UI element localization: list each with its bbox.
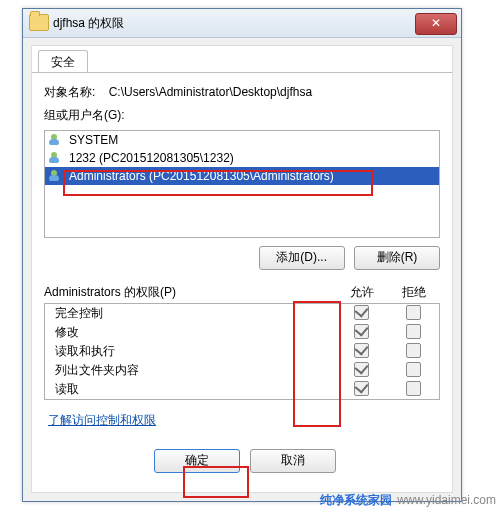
add-button[interactable]: 添加(D)... (259, 246, 345, 270)
deny-checkbox[interactable] (406, 324, 421, 339)
remove-button[interactable]: 删除(R) (354, 246, 440, 270)
permission-row: 列出文件夹内容 (45, 361, 439, 380)
permission-name: 读取和执行 (45, 343, 335, 360)
permission-name: 完全控制 (45, 305, 335, 322)
allow-checkbox[interactable] (354, 305, 369, 320)
user-icon (49, 152, 65, 164)
deny-checkbox[interactable] (406, 362, 421, 377)
list-item[interactable]: SYSTEM (45, 131, 439, 149)
deny-checkbox[interactable] (406, 305, 421, 320)
list-item[interactable]: 1232 (PC201512081305\1232) (45, 149, 439, 167)
list-item-label: SYSTEM (69, 133, 118, 147)
permission-row: 修改 (45, 323, 439, 342)
users-listbox[interactable]: SYSTEM 1232 (PC201512081305\1232) Admini… (44, 130, 440, 238)
permissions-label: Administrators 的权限(P) (44, 284, 336, 301)
deny-checkbox[interactable] (406, 343, 421, 358)
tabstrip: 安全 (32, 46, 452, 70)
dialog-buttons: 确定 取消 (40, 449, 444, 473)
group-icon (49, 170, 65, 182)
list-item-selected[interactable]: Administrators (PC201512081305\Administr… (45, 167, 439, 185)
deny-checkbox[interactable] (406, 381, 421, 396)
allow-checkbox[interactable] (354, 362, 369, 377)
permission-name: 读取 (45, 381, 335, 398)
dialog-body: 安全 对象名称: C:\Users\Administrator\Desktop\… (31, 45, 453, 493)
close-button[interactable]: ✕ (415, 13, 457, 35)
list-item-label: 1232 (PC201512081305\1232) (69, 151, 234, 165)
watermark-url: www.yidaimei.com (397, 493, 496, 507)
user-buttons-row: 添加(D)... 删除(R) (44, 246, 440, 270)
learn-more-link[interactable]: 了解访问控制和权限 (48, 413, 156, 427)
object-label: 对象名称: (44, 84, 95, 101)
list-item-label: Administrators (PC201512081305\Administr… (69, 169, 334, 183)
watermark: 纯净系统家园 www.yidaimei.com (320, 492, 496, 509)
allow-checkbox[interactable] (354, 343, 369, 358)
object-path: C:\Users\Administrator\Desktop\djfhsa (109, 85, 312, 99)
tab-divider (32, 72, 452, 73)
ok-button[interactable]: 确定 (154, 449, 240, 473)
titlebar: djfhsa 的权限 ✕ (23, 9, 461, 38)
permission-row: 读取和执行 (45, 342, 439, 361)
permission-name: 修改 (45, 324, 335, 341)
object-row: 对象名称: C:\Users\Administrator\Desktop\djf… (44, 84, 440, 101)
allow-header: 允许 (336, 284, 388, 301)
allow-checkbox[interactable] (354, 381, 369, 396)
groups-label: 组或用户名(G): (44, 107, 440, 124)
tab-security[interactable]: 安全 (38, 50, 88, 73)
help-link-row: 了解访问控制和权限 (48, 412, 436, 429)
permissions-dialog: djfhsa 的权限 ✕ 安全 对象名称: C:\Users\Administr… (22, 8, 462, 502)
window-title: djfhsa 的权限 (53, 15, 124, 32)
permission-name: 列出文件夹内容 (45, 362, 335, 379)
cancel-button[interactable]: 取消 (250, 449, 336, 473)
deny-header: 拒绝 (388, 284, 440, 301)
permission-row: 完全控制 (45, 304, 439, 323)
watermark-text: 纯净系统家园 (320, 493, 392, 507)
user-icon (49, 134, 65, 146)
permissions-header-row: Administrators 的权限(P) 允许 拒绝 (44, 284, 440, 301)
permissions-table: 完全控制 修改 读取和执行 列出文件夹内 (44, 303, 440, 400)
permission-row: 读取 (45, 380, 439, 399)
folder-icon (29, 14, 49, 31)
allow-checkbox[interactable] (354, 324, 369, 339)
